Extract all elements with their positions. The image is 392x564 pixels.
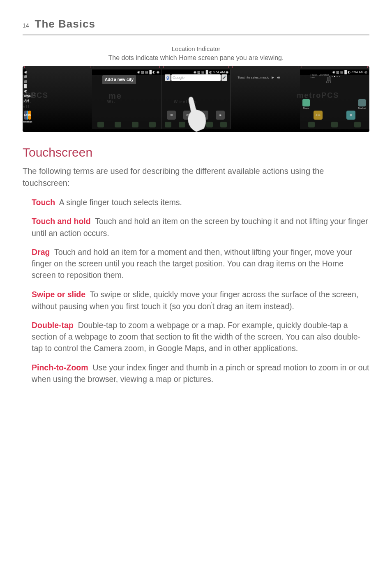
nav-apps-icon[interactable] [354, 122, 361, 127]
home-screen-5: ◉ ▧ ▤ █ ◐ 8:54 AM CS All. [23, 69, 23, 129]
add-city-widget[interactable]: Add a new city [102, 75, 136, 85]
nav-phone-icon[interactable] [165, 122, 171, 127]
page-title: The Basics [35, 16, 95, 32]
nav-contacts-icon[interactable] [115, 122, 121, 127]
bg-text-all: All. [23, 99, 32, 104]
term-label: Touch [32, 198, 55, 207]
term-desc-b: t drag an item instead). [212, 301, 294, 310]
search-input[interactable]: Google [171, 74, 221, 81]
nav-msg-icon[interactable] [149, 122, 156, 127]
home-screens-figure: ◉ ▧ ▤ █ ◐ ◉ me Wi. ◉ ▧ ▤ █ ◐ 8:54 AM ◉ W… [23, 66, 369, 132]
term-label: Double-tap [32, 321, 74, 330]
bg-text-wi: Wi. [107, 99, 116, 105]
app-calendar-icon[interactable]: ▦ [346, 111, 355, 120]
app-metronavi-icon[interactable]: ◉ [216, 111, 225, 120]
nav-row [300, 121, 369, 128]
google-search-widget[interactable]: g Google 🎤 [165, 74, 227, 81]
term-label: Pinch-to-Zoom [32, 363, 88, 372]
music-widget-hint[interactable]: Touch to select music ▶ ⏭ [238, 75, 280, 80]
lead-paragraph: The following terms are used for describ… [23, 165, 369, 189]
status-bar: ◉ ▧ ▤ █ ◐ ◉ [92, 69, 161, 75]
indicator-title: Location Indicator [23, 44, 369, 53]
term-desc: Double-tap to zoom a webpage or a map. F… [32, 321, 360, 353]
term-touch-hold: Touch and hold Touch and hold an item on… [32, 215, 369, 239]
term-label: Drag [32, 247, 50, 257]
term-label: Touch and hold [32, 217, 91, 226]
section-heading: Touchscreen [23, 143, 369, 162]
tips-widget: r apps, Launcher icon. 1 of 6 [311, 74, 331, 83]
nav-browser-icon[interactable] [220, 122, 227, 127]
maps-shortcut[interactable]: Maps [302, 99, 310, 110]
page-number: 14 [23, 21, 29, 30]
nav-apps-icon[interactable] [132, 122, 138, 127]
nav-row [92, 121, 161, 128]
term-desc: Touch and hold an item for a moment and … [32, 247, 352, 280]
app-mobileim-icon[interactable]: im [167, 111, 176, 120]
nav-phone-icon[interactable] [97, 122, 104, 127]
term-label: Swipe or slide [32, 290, 85, 299]
nav-contacts-icon[interactable] [331, 122, 338, 127]
mic-icon[interactable]: 🎤 [221, 74, 227, 81]
app-metro411-icon[interactable]: 411 [314, 111, 323, 120]
nav-phone-icon[interactable] [308, 122, 315, 127]
term-pinch: Pinch-to-Zoom Use your index finger and … [32, 362, 369, 385]
term-swipe: Swipe or slide To swipe or slide, quickl… [32, 289, 369, 312]
indicator-caption: Location Indicator The dots indicate whi… [23, 44, 369, 63]
app-loopt-icon[interactable]: ∞ [28, 111, 32, 120]
market-shortcut[interactable]: Market [358, 99, 366, 110]
term-double-tap: Double-tap Double-tap to zoom a webpage … [32, 319, 369, 354]
google-g-icon[interactable]: g [165, 74, 171, 81]
term-drag: Drag Touch and hold an item for a moment… [32, 246, 369, 281]
term-touch: Touch A single finger touch selects item… [32, 196, 369, 208]
app-row: 411 ▦ [302, 111, 367, 120]
status-bar: ◉ ▧ ▤ █ ◐ 8:54 AM [23, 69, 26, 75]
page-header: 14 The Basics [23, 16, 369, 35]
term-desc: A single finger touch selects items. [59, 198, 182, 207]
indicator-subtitle: The dots indicate which Home screen pane… [23, 53, 369, 62]
